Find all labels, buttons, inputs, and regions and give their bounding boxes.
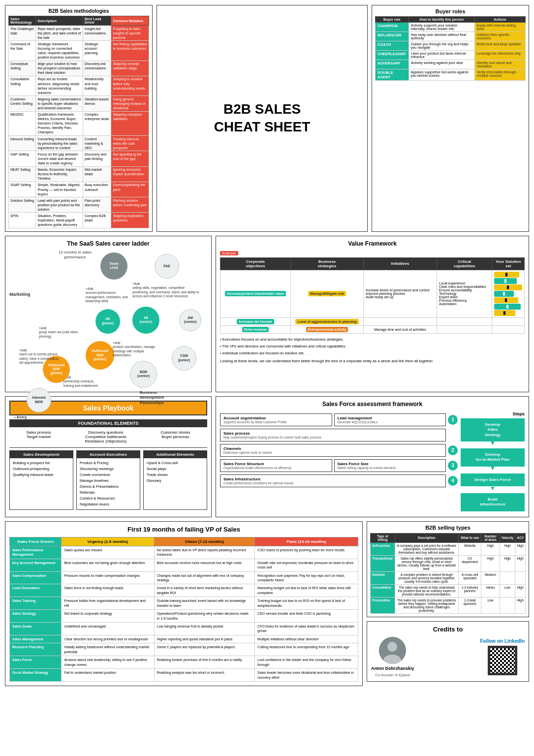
vf-init-3: Manage time and cost of activities [363, 325, 437, 333]
entry-label: • Entry [14, 415, 27, 420]
node-bdr-senior: BDR(senior) [130, 361, 157, 388]
col-content-additional: Upsell & Cross-sell Social plays Trade s… [144, 458, 207, 486]
method-cell: MEDDIC [9, 111, 36, 135]
example-badge: Example [220, 251, 238, 255]
fvp-driver-cell: Sales Performance Management [10, 546, 62, 559]
credits-person: Anton Dobrzhanskiy Co-founder of Episod [371, 637, 414, 677]
st-col-deals: Number of deals [481, 533, 500, 542]
sfa-box-lead-mgmt: Lead management Generate MQLs/SQLs/SALs [334, 413, 446, 426]
linkedin-text: Follow on LinkedIn [480, 638, 525, 644]
method-cell: Focus on the gap between current state a… [36, 151, 83, 166]
method-cell: Conceptual Selling [9, 61, 36, 76]
buyer-action-cell: Address their specific concerns [474, 32, 525, 41]
node-ae-senior: AE(senior) [132, 307, 159, 334]
selling-cell: High [515, 542, 526, 555]
buyer-identify-cell: Appears supportive but works against you… [408, 69, 474, 81]
selling-cell: High [500, 542, 515, 555]
sfa-box-sales-process: Sales process Map customer/prospect buyi… [220, 429, 446, 441]
buyer-identify-cell: Guides you through the org and helps you… [408, 41, 474, 51]
selling-cell: A company pays a set price for a softwar… [395, 542, 458, 555]
vf-cap-1: Local experience Clear roles and respons… [437, 270, 492, 317]
buyer-row: DOUBLE AGENTAppears supportive but works… [376, 69, 526, 81]
method-cell: Consultative Selling [9, 76, 36, 95]
outbound-jr-add-label: +Addgroup reach out (cold video, phoning… [39, 326, 88, 339]
buyer-roles-title: Buyer roles [375, 8, 526, 14]
value-framework-panel: Value Framework Example Corporateobjecti… [216, 236, 529, 392]
method-cell: Not linking capabilities to business out… [111, 41, 149, 61]
method-cell: Treating inbound leads like cold prospec… [111, 136, 149, 151]
sfa-number-3: 3 [448, 461, 458, 471]
foundational-item-3: Customer storiesBuyer personas [160, 430, 190, 443]
method-row: The Challenger SaleReps teach prospects,… [9, 26, 149, 41]
vf-sol-2 [492, 317, 525, 325]
sfa-box-sales-infra: Sales Infrastructure Create performance … [220, 474, 446, 487]
fvp-row: Lead GenerationSales force is not findin… [10, 584, 358, 597]
col-header-sales-dev: Sales Development [10, 451, 73, 458]
col-header-additional: Additional Elements [144, 451, 207, 458]
fvp-driver-cell: Go-to Market Strategy [10, 669, 62, 682]
selling-type-row: ProvocativeThe sales rep needs to provok… [371, 597, 526, 613]
fvp-chaos-cell: Some C players are replaced by potential… [154, 643, 254, 656]
method-cell: Complex B2B deals [83, 213, 111, 228]
credits-content: Anton Dobrzhanskiy Co-founder of Episod … [371, 637, 525, 677]
method-cell: Needs, Economic Impact, Access to Author… [36, 166, 83, 182]
credits-panel: Credits to Anton Dobrzhanskiy Co-founder… [367, 621, 529, 682]
fvp-chaos-cell: Invest in a variety of short term market… [154, 584, 254, 597]
method-cell: Skipping concept validation stage [111, 61, 149, 76]
method-row: Consultative SellingReps act as trusted … [9, 76, 149, 95]
vf-row-2: Increase net income Level of aggressiven… [220, 317, 525, 325]
sfa-label-develop-gtm: DevelopGo-to-Market Plan ▼ [461, 448, 525, 467]
method-col-mistake: Common Mistakes [111, 16, 149, 26]
saas-ladder-title: The SaaS Sales career ladder [9, 240, 207, 247]
method-cell: Qualification framework: Metrics, Econom… [36, 111, 83, 135]
foundational-items: Sales processTarget market Discovery que… [9, 430, 207, 443]
method-cell: Solution Selling [9, 197, 36, 213]
sfa-step-row-channels: Channels Determine optimal route to mark… [220, 444, 458, 457]
selling-cell: 1-2 industry partners [459, 584, 481, 597]
fvp-driver-cell: Sales Training [10, 597, 62, 610]
buyer-row: COACHGuides you through the org and help… [376, 41, 526, 51]
second-section: The SaaS Sales career ladder Marketing 1… [5, 236, 529, 392]
sfa-step-1-boxes: Account segmentation Segment accounts by… [220, 413, 446, 426]
fvp-urgency-cell: Initially adding headcount without under… [62, 643, 154, 656]
selling-type-row: SolutionA complex problem is solved thro… [371, 571, 526, 584]
selling-cell: The sales rep needs to provoke problems … [395, 597, 458, 613]
buyer-role-cell: CHEERLEADER [376, 51, 409, 60]
selling-cell: Sales rep offers slightly personalized s… [395, 555, 458, 571]
node-ae-junior: AE(junior) [95, 309, 120, 334]
buyer-role-cell: COACH [376, 41, 409, 51]
fvp-panic-cell: Growth rate not improved; inordinate pre… [255, 559, 358, 571]
fvp-urgency-cell: Clear direction but wrong priorities due… [62, 635, 154, 643]
linkedin-box[interactable]: Follow on LinkedIn [480, 638, 525, 675]
fvp-chaos-cell: No action taken due to VP direct reports… [154, 546, 254, 559]
sfa-label-develop-strategy: DevelopSalesStrategy ▼ [461, 418, 525, 441]
fvp-chaos-cell: Best accounts receive more resources but… [154, 559, 254, 571]
sfa-box-channels: Channels Determine optimal route to mark… [220, 444, 446, 457]
selling-cell: High [515, 584, 526, 597]
method-cell: Reps teach prospects, tailor the pitch, … [36, 26, 83, 41]
ae-add-label: +Addaccount performance management, moti… [86, 287, 130, 304]
sales-force-assessment-panel: Sales Force assessment framework Account… [216, 396, 529, 517]
buyer-row: CHAMPIONActively supports your solution … [376, 23, 526, 32]
method-cell: Relationship and trust building [83, 76, 111, 95]
vf-init-2 [363, 317, 437, 325]
method-cell: Situation, Problem, Implication, Need-pa… [36, 213, 83, 228]
buyer-row: ADVERSARYActively working against your d… [376, 60, 526, 69]
method-row: Customer-Centric SellingAligning sales c… [9, 96, 149, 111]
vf-cap-2 [437, 317, 492, 325]
method-col-name: Sales Methodology [9, 16, 36, 26]
method-cell: SNAP Selling [9, 182, 36, 197]
fvp-panic-cell: CSO reacts to pressure by pushing team f… [255, 546, 358, 559]
fvp-chaos-cell: Operations/Product questioning why certa… [154, 610, 254, 623]
buyer-roles-table: Buyer role How to identify this person A… [375, 16, 526, 81]
sfa-box-sf-size: Sales Force Size Match selling capacity … [334, 459, 446, 472]
fvp-panic-cell: Marketing budget cut due to lack of ROI … [255, 584, 358, 597]
fvp-chaos-cell: Realizing analysis was too short or inco… [154, 669, 254, 682]
credits-name: Anton Dobrzhanskiy [371, 666, 414, 671]
sfa-step-row-4: Sales Infrastructure Create performance … [220, 474, 458, 487]
fvp-row: Sales StrategyNot linked to corporate st… [10, 610, 358, 623]
buyer-col-role: Buyer role [376, 17, 409, 23]
vf-strat-2: Level of aggressiveness in planning [291, 317, 364, 325]
qr-inner [490, 648, 515, 673]
node-outbound-sdr-senior: OutboundSDR(senior) [86, 341, 114, 370]
